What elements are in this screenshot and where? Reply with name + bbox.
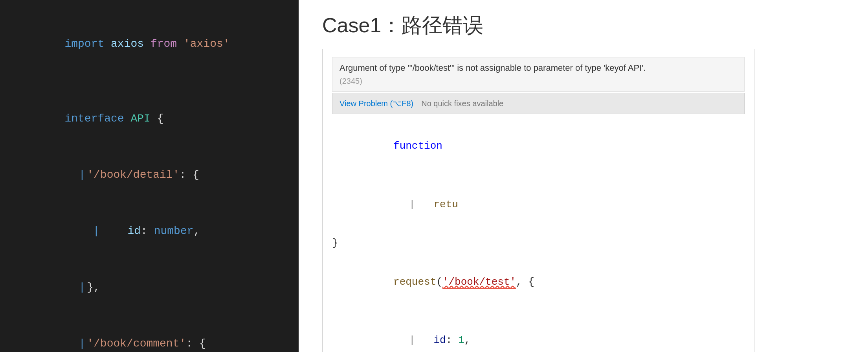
left-code-panel: import axios from 'axios' interface API … — [0, 0, 299, 352]
right-content-panel: Case1：路径错误 Argument of type '"/book/test… — [299, 0, 868, 352]
case1-code: function | retu } request('/book/test', … — [332, 117, 745, 352]
id-number-line: | id: number, — [12, 203, 287, 259]
view-problem-link[interactable]: View Problem (⌥F8) — [339, 96, 413, 111]
case1-code-box: Argument of type '"/book/test"' is not a… — [322, 49, 754, 352]
tooltip-action-row[interactable]: View Problem (⌥F8) No quick fixes availa… — [332, 93, 745, 114]
import-line: import axios from 'axios' — [12, 16, 287, 72]
case1-tooltip: Argument of type '"/book/test"' is not a… — [332, 57, 745, 114]
case1-tooltip-text: Argument of type '"/book/test"' is not a… — [332, 57, 745, 92]
route-detail-line: |'/book/detail': { — [12, 147, 287, 203]
interface-decl-line: interface API { — [12, 91, 287, 147]
tooltip-error-code: (2345) — [339, 77, 362, 85]
case1-title: Case1：路径错误 — [322, 12, 844, 39]
close-brace-comma: |}, — [12, 259, 287, 315]
case1-id-line: | id: 1, — [332, 311, 745, 352]
no-quick-fix-label: No quick fixes available — [421, 96, 503, 111]
case1-retu-line: | retu — [332, 175, 745, 234]
case1-section: Case1：路径错误 Argument of type '"/book/test… — [322, 12, 844, 352]
interface-section: interface API { |'/book/detail': { | id:… — [12, 91, 287, 352]
tooltip-error-msg: Argument of type '"/book/test"' is not a… — [339, 63, 646, 73]
case1-request-error-line: request('/book/test', { — [332, 253, 745, 311]
case1-close-fn: } — [332, 234, 745, 253]
case1-fn-line: function — [332, 117, 745, 175]
import-section: import axios from 'axios' — [12, 16, 287, 72]
route-comment-line: |'/book/comment': { — [12, 315, 287, 352]
